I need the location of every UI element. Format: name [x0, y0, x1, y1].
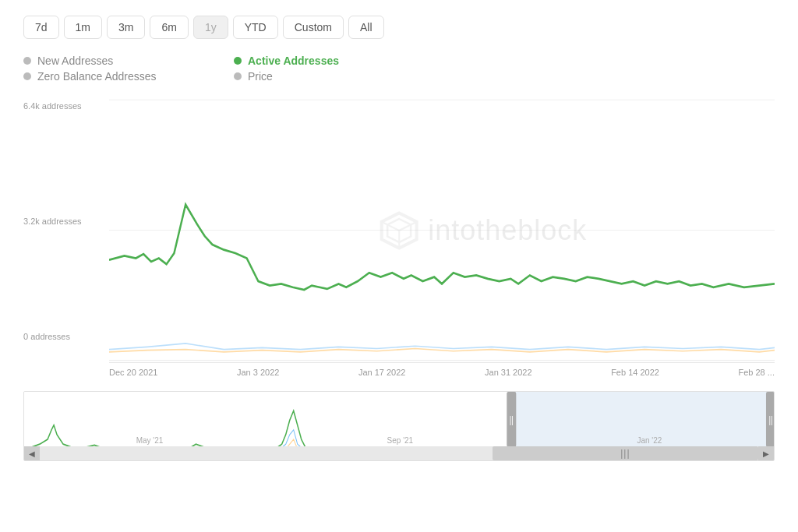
mini-chart[interactable]: || || May '21 Sep '21 Jan '22 ◀ ||| ▶	[23, 391, 775, 461]
zero-balance-label: Zero Balance Addresses	[37, 70, 157, 83]
active-addresses-dot	[234, 57, 242, 65]
btn-3m[interactable]: 3m	[107, 16, 145, 39]
main-container: 7d 1m 3m 6m 1y YTD Custom All New Addres…	[0, 0, 798, 532]
scroll-bar[interactable]: ◀ ||| ▶	[24, 446, 774, 460]
x-label-5: Feb 14 2022	[611, 368, 659, 377]
legend-price[interactable]: Price	[234, 70, 413, 83]
btn-1m[interactable]: 1m	[64, 16, 102, 39]
btn-6m[interactable]: 6m	[150, 16, 188, 39]
scroll-track[interactable]: |||	[40, 446, 758, 460]
legend-zero-balance[interactable]: Zero Balance Addresses	[23, 70, 203, 83]
zero-balance-dot	[23, 72, 31, 80]
new-addresses-label: New Addresses	[37, 55, 113, 67]
new-addresses-dot	[23, 57, 31, 65]
btn-7d[interactable]: 7d	[23, 16, 59, 39]
y-label-mid: 3.2k addresses	[23, 217, 109, 226]
price-label: Price	[248, 70, 273, 83]
x-label-1: Dec 20 2021	[109, 368, 157, 377]
x-label-2: Jan 3 2022	[237, 368, 279, 377]
btn-ytd[interactable]: YTD	[233, 16, 278, 39]
x-label-3: Jan 17 2022	[358, 368, 406, 377]
svg-text:||: ||	[768, 414, 772, 425]
time-range-buttons: 7d 1m 3m 6m 1y YTD Custom All	[23, 16, 775, 39]
btn-custom[interactable]: Custom	[283, 16, 344, 39]
svg-text:||: ||	[510, 414, 514, 425]
scroll-thumb-lines: |||	[620, 448, 630, 459]
btn-1y[interactable]: 1y	[193, 16, 228, 39]
y-label-bottom: 0 addresses	[23, 332, 109, 341]
x-label-4: Jan 31 2022	[485, 368, 532, 377]
main-chart-svg	[109, 98, 775, 362]
scroll-right-arrow[interactable]: ▶	[758, 446, 774, 460]
y-label-top: 6.4k addresses	[23, 101, 109, 111]
legend-new-addresses[interactable]: New Addresses	[23, 55, 203, 67]
price-dot	[234, 72, 242, 80]
active-addresses-label: Active Addresses	[248, 55, 339, 67]
legend-active-addresses[interactable]: Active Addresses	[234, 55, 413, 67]
svg-rect-9	[508, 392, 774, 447]
scroll-thumb[interactable]: |||	[493, 446, 758, 460]
btn-all[interactable]: All	[348, 16, 384, 39]
x-label-6: Feb 28 ...	[738, 368, 774, 377]
chart-legend: New Addresses Active Addresses Zero Bala…	[23, 55, 413, 83]
scroll-left-arrow[interactable]: ◀	[24, 446, 40, 460]
